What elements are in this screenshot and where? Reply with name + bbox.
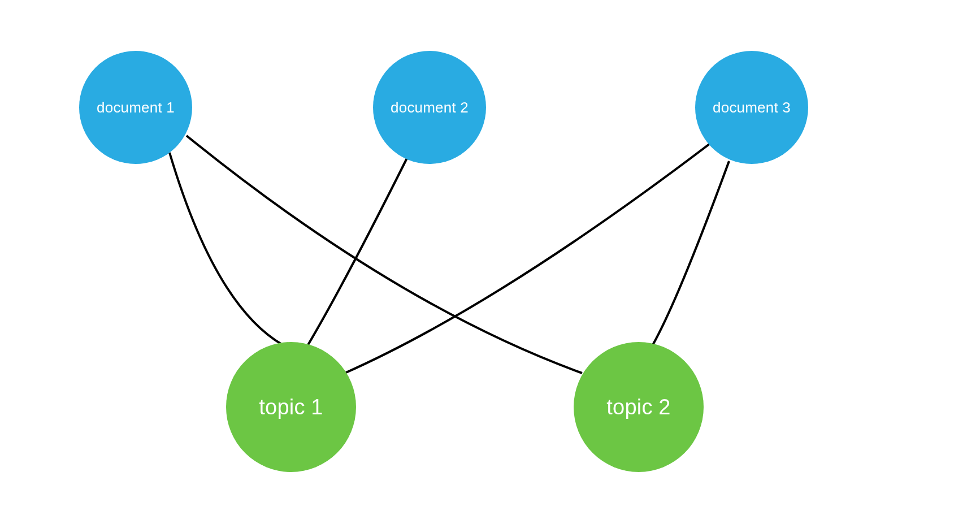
edge-doc1-topic2 — [187, 136, 582, 373]
node-label: document 1 — [97, 99, 175, 116]
edge-doc2-topic1 — [308, 158, 407, 345]
node-document-2: document 2 — [373, 51, 486, 164]
node-topic-1: topic 1 — [226, 342, 356, 472]
node-topic-2: topic 2 — [574, 342, 704, 472]
edge-doc3-topic2 — [653, 161, 729, 345]
edge-doc3-topic1 — [345, 144, 709, 373]
node-document-3: document 3 — [695, 51, 808, 164]
node-document-1: document 1 — [79, 51, 192, 164]
node-label: document 2 — [391, 99, 469, 116]
node-label: document 3 — [713, 99, 791, 116]
diagram-canvas: document 1 document 2 document 3 topic 1… — [0, 0, 980, 528]
node-label: topic 2 — [606, 395, 670, 419]
edge-doc1-topic1 — [170, 153, 283, 345]
node-label: topic 1 — [259, 395, 323, 419]
